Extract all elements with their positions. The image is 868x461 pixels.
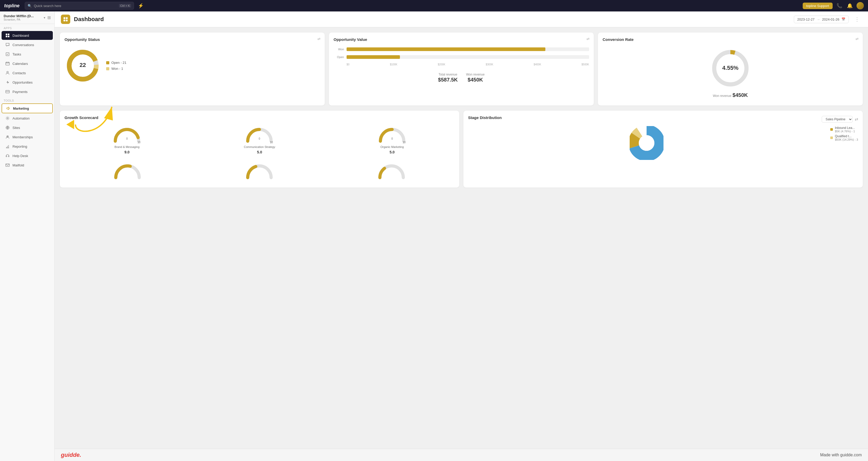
sidebar-item-automation[interactable]: Automation (2, 114, 53, 123)
filter-icon[interactable]: ⇄ (586, 37, 590, 41)
sidebar-item-dashboard[interactable]: Dashboard (2, 31, 53, 40)
svg-point-6 (7, 71, 8, 73)
top-row: Opportunity Status ⇄ 22 (60, 33, 863, 106)
sidebar-item-opportunities[interactable]: Opportunities (2, 78, 53, 87)
calendar-icon (5, 61, 10, 66)
search-placeholder: Quick search here (34, 4, 61, 8)
bottom-bar: guidde. Made with guidde.com (55, 449, 868, 461)
bar-won-track (347, 48, 589, 51)
checklist-icon (5, 52, 10, 57)
bar-open-label: Open (334, 56, 344, 59)
stage-filter-icon[interactable]: ⇄ (855, 117, 858, 122)
guidde-tagline: Made with guidde.com (820, 453, 862, 457)
won-revenue-value: $450K (468, 77, 483, 83)
bar-won-fill (347, 48, 545, 51)
scorecard-communication: 0 10 Communication Strategy 5.0 (244, 125, 275, 154)
app-logo: topline (4, 3, 20, 8)
stage-legend-qualified: Qualified t... $60K (14.29%) - 3 (830, 135, 858, 141)
communication-gauge: 0 10 (245, 125, 274, 144)
won-revenue-stat: Won revenue $450K (466, 73, 485, 83)
sidebar-item-calendars[interactable]: Calendars (2, 59, 53, 68)
sidebar-item-memberships-label: Memberships (12, 135, 33, 139)
svg-point-8 (7, 118, 8, 119)
sidebar-item-reporting-label: Reporting (12, 145, 27, 148)
sidebar-item-contacts-label: Contacts (12, 71, 26, 75)
sidebar-item-sites[interactable]: Sites (2, 123, 53, 132)
growth-scorecard-title: Growth Scorecard (65, 115, 455, 120)
filter-icon[interactable]: ⇄ (317, 37, 320, 41)
total-revenue-value: $587.5K (438, 77, 458, 83)
guidde-logo: guidde. (61, 452, 81, 458)
top-navigation: topline 🔍 Quick search here Ctrl + K ⚡ t… (0, 0, 868, 11)
stage-legend-inbound: Inbound Lea... $5K (4.76%) - 1 (830, 126, 858, 133)
inbound-label: Inbound Lea... (835, 126, 855, 130)
communication-value: 5.0 (257, 150, 262, 154)
phone-icon[interactable]: 📞 (836, 2, 843, 9)
support-button[interactable]: topline Support (803, 3, 833, 9)
sidebar-item-memberships[interactable]: Memberships (2, 133, 53, 141)
open-dot (106, 61, 109, 64)
svg-rect-17 (66, 20, 68, 21)
sidebar-item-reporting[interactable]: Reporting (2, 142, 53, 151)
scorecard-row: 0 10 Brand & Messaging 9.0 0 (65, 123, 455, 157)
conversion-chart-container: 4.55% Won revenue $450K (602, 45, 858, 101)
conversion-stats: Won revenue $450K (713, 92, 748, 98)
bar-chart-xaxis: $0 $100K $200K $300K $400K $500K (334, 63, 589, 66)
gear-icon (5, 116, 10, 121)
avatar[interactable] (857, 2, 864, 9)
opportunity-status-card: Opportunity Status ⇄ 22 (60, 33, 325, 106)
tools-section-label: Tools (0, 96, 54, 103)
date-range-picker[interactable]: 2023-12-27 → 2024-01-26 📅 (794, 16, 849, 23)
search-bar[interactable]: 🔍 Quick search here Ctrl + K (25, 2, 134, 10)
bell-icon[interactable]: 🔔 (846, 2, 854, 9)
sidebar-item-tasks-label: Tasks (12, 52, 21, 56)
sidebar-item-tasks[interactable]: Tasks (2, 50, 53, 59)
person-icon (5, 70, 10, 75)
sidebar-item-conversations[interactable]: Conversations (2, 40, 53, 49)
apps-section-label: Apps (0, 24, 54, 31)
svg-rect-11 (6, 156, 7, 157)
sidebar-item-payments[interactable]: Payments (2, 87, 53, 96)
sidebar-item-dashboard-label: Dashboard (12, 34, 29, 37)
legend-won-label: Won - 1 (111, 67, 123, 70)
organic-value: 5.0 (390, 150, 395, 154)
chat-icon (5, 42, 10, 47)
calendar-icon: 📅 (841, 18, 845, 21)
conversion-rate-title: Conversion Rate (602, 37, 858, 42)
sidebar-item-mailfold[interactable]: Mailfold (2, 161, 53, 170)
svg-text:0: 0 (259, 137, 260, 140)
sidebar-item-sites-label: Sites (12, 126, 20, 130)
svg-rect-3 (8, 36, 9, 37)
won-revenue-label: Won revenue (466, 73, 485, 76)
opportunity-value-title: Opportunity Value (334, 37, 589, 42)
scorecard-organic: 0 10 Organic Marketing 5.0 (378, 125, 406, 154)
svg-rect-0 (6, 34, 7, 35)
xaxis-2: $200K (438, 63, 445, 66)
xaxis-3: $300K (486, 63, 493, 66)
bottom-row: Growth Scorecard 0 10 Brand & Messaging (60, 111, 863, 188)
sidebar-item-marketing[interactable]: Marketing (2, 104, 53, 113)
qualified-dot (830, 137, 833, 139)
more-options-icon[interactable]: ⋮ (852, 15, 862, 24)
bolt-icon[interactable]: ⚡ (137, 2, 145, 9)
organic-label: Organic Marketing (380, 145, 404, 148)
workspace-selector[interactable]: Dunder Mifflin (D... Scranton, PA ▾ ⊞ (0, 11, 54, 24)
sidebar-item-helpdesk[interactable]: Help Desk (2, 151, 53, 160)
svg-rect-2 (6, 36, 7, 37)
brand-gauge: 0 10 (113, 125, 141, 144)
organic-gauge: 0 10 (378, 125, 406, 144)
layout-icon[interactable]: ⊞ (48, 15, 51, 20)
conversion-won-revenue-value: $450K (733, 92, 748, 98)
sales-pipeline-select[interactable]: Sales Pipeline (822, 116, 852, 123)
sidebar-item-contacts[interactable]: Contacts (2, 68, 53, 77)
legend-open-label: Open - 21 (111, 61, 126, 65)
bar-open-row: Open (334, 55, 589, 59)
stage-chart (468, 126, 825, 160)
mail-icon (5, 163, 10, 168)
donut-chart-container: 22 Open - 21 Won - 1 (65, 45, 320, 86)
stage-content: Inbound Lea... $5K (4.76%) - 1 Qualified… (468, 126, 858, 160)
extra-gauge-2 (245, 162, 274, 180)
globe-icon (5, 125, 10, 130)
qualified-label: Qualified t... (835, 135, 858, 138)
filter-icon[interactable]: ⇄ (856, 37, 859, 41)
